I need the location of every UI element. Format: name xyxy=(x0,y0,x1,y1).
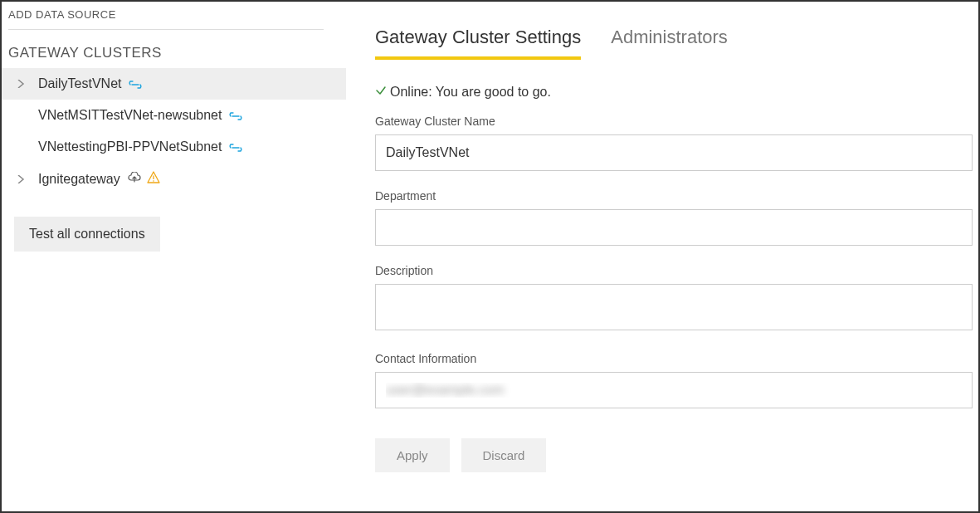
cluster-item-dailytestvnet[interactable]: DailyTestVNet xyxy=(2,68,346,100)
cloud-icon xyxy=(127,172,142,187)
test-connections-button[interactable]: Test all connections xyxy=(14,217,160,252)
tab-administrators[interactable]: Administrators xyxy=(611,27,728,60)
cluster-list: DailyTestVNet VNetMSITTestVNet-newsubnet… xyxy=(2,68,346,196)
link-icon xyxy=(228,110,243,123)
sidebar: ADD DATA SOURCE GATEWAY CLUSTERS DailyTe… xyxy=(2,2,346,511)
button-row: Apply Discard xyxy=(375,438,978,472)
cluster-name: VNetMSITTestVNet-newsubnet xyxy=(38,108,222,123)
cluster-item-ignite[interactable]: Ignitegateway xyxy=(2,163,346,196)
tab-gateway-settings[interactable]: Gateway Cluster Settings xyxy=(375,27,581,60)
textarea-description[interactable] xyxy=(375,284,973,330)
input-cluster-name[interactable] xyxy=(375,134,973,171)
link-icon xyxy=(128,78,143,91)
link-icon xyxy=(228,141,243,154)
main-content: Gateway Cluster Settings Administrators … xyxy=(346,2,978,511)
form-group-department: Department xyxy=(375,189,978,246)
form-group-description: Description xyxy=(375,264,978,334)
status-line: Online: You are good to go. xyxy=(375,85,978,100)
chevron-right-icon[interactable] xyxy=(17,77,30,90)
form-group-cluster-name: Gateway Cluster Name xyxy=(375,115,978,171)
label-department: Department xyxy=(375,189,978,203)
checkmark-icon xyxy=(375,85,387,100)
svg-point-1 xyxy=(153,180,154,182)
label-description: Description xyxy=(375,264,978,277)
apply-button[interactable]: Apply xyxy=(375,438,450,472)
cluster-name: DailyTestVNet xyxy=(38,76,121,91)
warning-icon xyxy=(147,171,160,188)
form-group-contact-info: Contact Information xyxy=(375,352,978,408)
tab-bar: Gateway Cluster Settings Administrators xyxy=(375,27,978,60)
cluster-item-vnettesting[interactable]: VNettestingPBI-PPVNetSubnet xyxy=(2,131,346,163)
input-contact-info[interactable] xyxy=(375,372,973,408)
cluster-item-vnetmsit[interactable]: VNetMSITTestVNet-newsubnet xyxy=(2,100,346,131)
cluster-name: Ignitegateway xyxy=(38,172,120,187)
discard-button[interactable]: Discard xyxy=(461,438,547,472)
cluster-name: VNettestingPBI-PPVNetSubnet xyxy=(38,139,222,154)
add-data-source-link[interactable]: ADD DATA SOURCE xyxy=(2,2,346,29)
input-department[interactable] xyxy=(375,209,973,246)
chevron-right-icon[interactable] xyxy=(17,173,30,186)
gateway-clusters-header: GATEWAY CLUSTERS xyxy=(2,45,346,68)
label-cluster-name: Gateway Cluster Name xyxy=(375,115,978,128)
status-text: Online: You are good to go. xyxy=(390,85,551,100)
label-contact-info: Contact Information xyxy=(375,352,978,365)
divider xyxy=(8,29,324,30)
